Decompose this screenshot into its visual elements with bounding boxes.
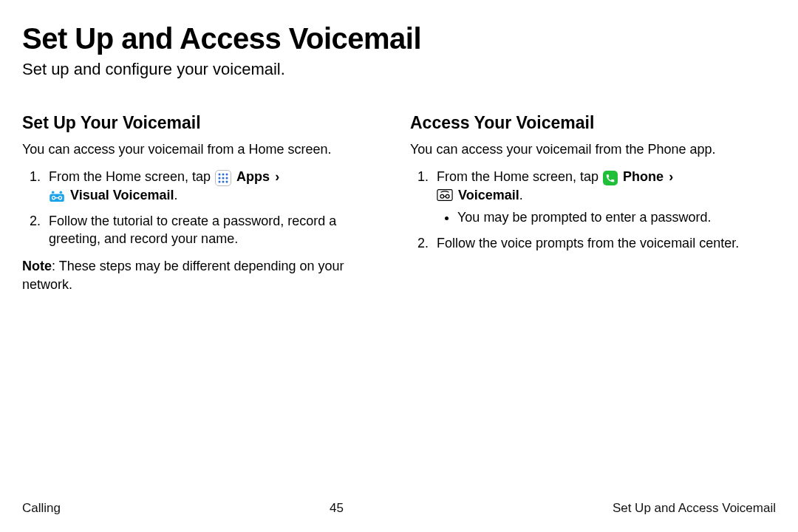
svg-point-16 <box>440 194 444 198</box>
svg-point-17 <box>446 194 449 198</box>
svg-point-14 <box>60 191 63 194</box>
chevron-right-icon: › <box>273 169 281 184</box>
svg-point-8 <box>226 180 228 183</box>
visual-voicemail-label: Visual Voicemail <box>70 188 174 202</box>
note-label: Note <box>22 259 52 273</box>
step-item: Follow the voice prompts from the voicem… <box>432 234 776 253</box>
steps-list: From the Home screen, tap Apps › <box>22 168 388 248</box>
steps-list: From the Home screen, tap Phone › <box>410 168 776 253</box>
step-text: From the Home screen, tap <box>437 169 602 184</box>
phone-label: Phone <box>623 169 664 184</box>
step-punct: . <box>519 188 523 202</box>
two-column-layout: Set Up Your Voicemail You can access you… <box>22 113 776 303</box>
svg-point-13 <box>52 191 55 194</box>
step-item: From the Home screen, tap Phone › <box>432 168 776 227</box>
voicemail-icon <box>437 188 453 202</box>
section-intro: You can access your voicemail from the P… <box>410 140 776 159</box>
footer-page-number: 45 <box>330 501 344 516</box>
footer-right: Set Up and Access Voicemail <box>613 501 776 516</box>
svg-point-6 <box>219 180 221 183</box>
document-page: Set Up and Access Voicemail Set up and c… <box>0 0 798 532</box>
apps-icon <box>215 170 231 186</box>
chevron-right-icon: › <box>667 169 675 184</box>
visual-voicemail-icon <box>49 191 65 202</box>
footer-left: Calling <box>22 501 61 516</box>
svg-point-0 <box>219 173 221 175</box>
sub-bullet-list: You may be prompted to enter a password. <box>437 208 776 227</box>
svg-point-1 <box>222 173 225 175</box>
svg-point-7 <box>222 180 225 183</box>
voicemail-label: Voicemail <box>458 188 519 202</box>
section-heading: Access Your Voicemail <box>410 113 776 133</box>
section-access-voicemail: Access Your Voicemail You can access you… <box>410 113 776 303</box>
svg-point-5 <box>226 177 228 179</box>
step-item: From the Home screen, tap Apps › <box>44 168 388 205</box>
phone-icon <box>603 171 618 185</box>
section-intro: You can access your voicemail from a Hom… <box>22 140 388 159</box>
sub-bullet-item: You may be prompted to enter a password. <box>457 208 776 227</box>
step-item: Follow the tutorial to create a password… <box>44 212 388 249</box>
page-footer: Calling 45 Set Up and Access Voicemail <box>22 501 776 516</box>
note-text: : These steps may be different depending… <box>22 259 344 292</box>
note-paragraph: Note: These steps may be different depen… <box>22 257 388 294</box>
svg-point-4 <box>222 177 225 179</box>
section-heading: Set Up Your Voicemail <box>22 113 388 133</box>
page-title: Set Up and Access Voicemail <box>22 22 776 55</box>
step-punct: . <box>174 188 177 202</box>
section-setup-voicemail: Set Up Your Voicemail You can access you… <box>22 113 388 303</box>
apps-label: Apps <box>236 169 270 184</box>
step-text: From the Home screen, tap <box>49 169 214 184</box>
page-subtitle: Set up and configure your voicemail. <box>22 60 776 79</box>
svg-point-2 <box>226 173 228 175</box>
svg-point-3 <box>219 177 221 179</box>
